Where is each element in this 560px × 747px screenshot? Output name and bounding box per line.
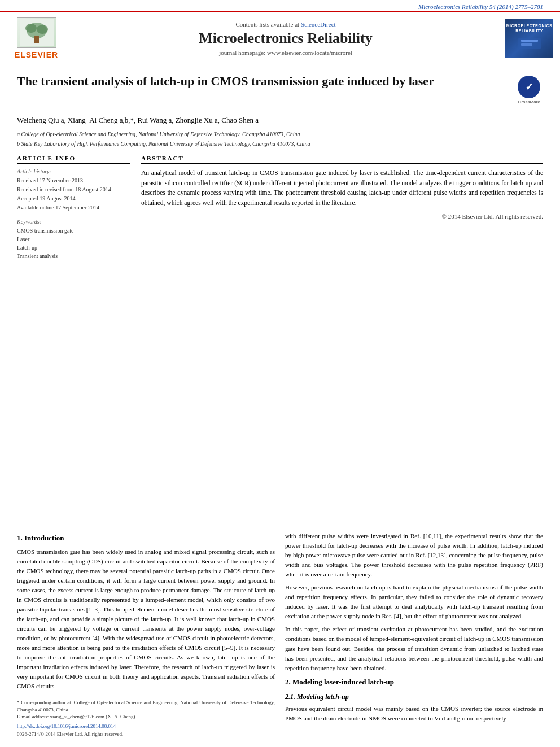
- revised-date: Received in revised form 18 August 2014: [17, 186, 130, 194]
- body-col-left: 1. Introduction CMOS transmission gate h…: [17, 531, 275, 738]
- contents-available-text: Contents lists available at ScienceDirec…: [235, 21, 335, 28]
- logo-decoration: [515, 35, 544, 53]
- journal-name-heading: Microelectronics Reliability: [199, 30, 372, 47]
- article-info-abstract: ARTICLE INFO Article history: Received 1…: [17, 155, 543, 260]
- keyword-3: Latch-up: [17, 243, 130, 252]
- article-title: The transient analysis of latch-up in CM…: [17, 73, 509, 90]
- abstract-col: ABSTRACT An analytical model of transien…: [141, 155, 543, 260]
- elsevier-logo: ELSEVIER: [15, 17, 58, 59]
- journal-reference: Microelectronics Reliability 54 (2014) 2…: [0, 0, 560, 11]
- footnote-corresponding: * Corresponding author at: College of Op…: [17, 699, 275, 713]
- section1-title: 1. Introduction: [17, 532, 275, 544]
- section2-title: 2. Modeling laser-induced latch-up: [285, 676, 543, 688]
- affiliations-section: a College of Opt-electrical Science and …: [17, 130, 543, 148]
- svg-rect-2: [34, 36, 39, 43]
- history-label: Article history:: [17, 168, 130, 174]
- section1-para-right3: In this paper, the effect of transient e…: [285, 624, 543, 672]
- footnote-email: E-mail address: xiang_ai_cheng@126.com (…: [17, 713, 275, 720]
- section1-para-right1: with different pulse widths were investi…: [285, 531, 543, 579]
- logo-line1: MICROELECTRONICS: [506, 24, 553, 28]
- keyword-1: CMOS transmission gate: [17, 226, 130, 235]
- bottom-copyright: 0026-2714/© 2014 Elsevier Ltd. All right…: [17, 731, 275, 739]
- crossmark-label: CrossMark: [518, 99, 540, 104]
- journal-header: ELSEVIER Contents lists available at Sci…: [0, 11, 560, 64]
- elsevier-wordmark: ELSEVIER: [15, 50, 58, 59]
- journal-title-area: Contents lists available at ScienceDirec…: [73, 12, 498, 64]
- page: Microelectronics Reliability 54 (2014) 2…: [0, 0, 560, 747]
- crossmark-icon: ✓: [518, 76, 540, 98]
- svg-rect-7: [521, 43, 532, 46]
- online-date: Available online 17 September 2014: [17, 204, 130, 212]
- affiliation-b: b State Key Laboratory of High Performan…: [17, 139, 543, 148]
- affiliation-a: a College of Opt-electrical Science and …: [17, 130, 543, 138]
- article-info-heading: ARTICLE INFO: [17, 155, 130, 164]
- section2-para1: Previous equivalent circuit model was ma…: [285, 704, 543, 723]
- doi-link[interactable]: http://dx.doi.org/10.1016/j.microrel.201…: [17, 723, 275, 731]
- crossmark-badge[interactable]: ✓ CrossMark: [515, 76, 543, 104]
- keyword-4: Transient analysis: [17, 252, 130, 260]
- svg-text:✓: ✓: [525, 81, 533, 93]
- sciencedirect-link[interactable]: ScienceDirect: [301, 21, 336, 28]
- logo-line2: RELIABILITY: [515, 29, 543, 33]
- svg-point-4: [37, 25, 48, 34]
- article-title-section: The transient analysis of latch-up in CM…: [17, 73, 543, 109]
- journal-homepage-text: journal homepage: www.elsevier.com/locat…: [219, 49, 352, 56]
- section1-para-right2: However, previous research on latch-up i…: [285, 583, 543, 621]
- footnote-area: * Corresponding author at: College of Op…: [17, 696, 275, 720]
- keyword-2: Laser: [17, 235, 130, 243]
- journal-logo-area: MICROELECTRONICS RELIABILITY: [498, 12, 560, 64]
- received-date: Received 17 November 2013: [17, 177, 130, 185]
- elsevier-logo-area: ELSEVIER: [0, 12, 73, 64]
- authors-line: Weicheng Qiu a, Xiang–Ai Cheng a,b,*, Ru…: [17, 115, 543, 126]
- body-area: 1. Introduction CMOS transmission gate h…: [0, 531, 560, 747]
- section1-para1: CMOS transmission gate has been widely u…: [17, 547, 275, 692]
- accepted-date: Accepted 19 August 2014: [17, 195, 130, 203]
- body-col-right: with different pulse widths were investi…: [285, 531, 543, 738]
- svg-rect-6: [521, 40, 538, 42]
- journal-logo-box: MICROELECTRONICS RELIABILITY: [505, 19, 553, 58]
- copyright-line: © 2014 Elsevier Ltd. All rights reserved…: [141, 213, 543, 220]
- article-info-col: ARTICLE INFO Article history: Received 1…: [17, 155, 130, 260]
- abstract-text: An analytical model of transient latch-u…: [141, 168, 543, 208]
- keywords-section: Keywords: CMOS transmission gate Laser L…: [17, 219, 130, 260]
- section2-1-title: 2.1. Modeling latch-up: [285, 692, 543, 702]
- elsevier-tree-icon: [17, 17, 56, 48]
- svg-point-3: [25, 24, 37, 33]
- article-header-section: The transient analysis of latch-up in CM…: [0, 64, 560, 531]
- abstract-heading: ABSTRACT: [141, 155, 543, 164]
- keywords-label: Keywords:: [17, 219, 130, 225]
